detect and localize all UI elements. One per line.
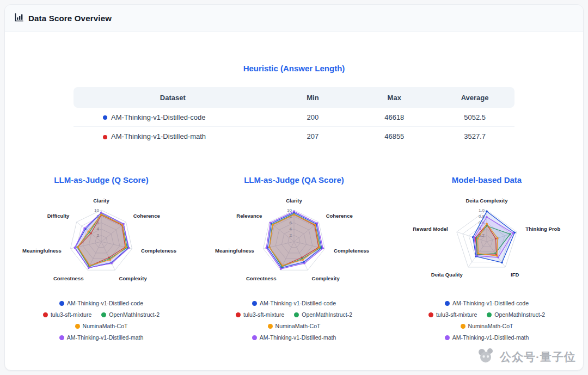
legend-dot xyxy=(252,335,257,340)
legend-dot xyxy=(252,301,257,306)
legend-label: tulu3-sft-mixture xyxy=(436,311,477,318)
qa-score-title: LLM-as-Judge (QA Score) xyxy=(244,175,344,185)
chart-legend: AM-Thinking-v1-Distilled-code tulu3-sft-… xyxy=(428,300,545,346)
svg-text:Complexity: Complexity xyxy=(119,275,148,281)
page-title: Data Score Overview xyxy=(28,14,112,23)
svg-text:Difficulty: Difficulty xyxy=(47,213,70,219)
legend-item[interactable]: tulu3-sft-mixture xyxy=(428,311,477,318)
table-row: AM-Thinking-v1-Distilled-code 200 46618 … xyxy=(74,108,514,127)
legend-label: AM-Thinking-v1-Distilled-math xyxy=(260,334,336,341)
radar-q-score: 246810ClarityCoherenceCompletenessComple… xyxy=(9,189,194,298)
legend-dot xyxy=(59,301,64,306)
column-header-dataset: Dataset xyxy=(74,87,272,108)
legend-item[interactable]: NuminaMath-CoT xyxy=(75,323,128,329)
min-value: 207 xyxy=(272,127,354,146)
legend-item[interactable]: NuminaMath-CoT xyxy=(268,323,321,329)
legend-dot xyxy=(236,312,241,317)
legend-dot xyxy=(445,301,450,306)
average-value: 3527.7 xyxy=(435,127,514,146)
svg-text:Thinking Prob: Thinking Prob xyxy=(525,226,560,232)
legend-item[interactable]: AM-Thinking-v1-Distilled-code xyxy=(445,300,529,306)
series-dot xyxy=(103,135,107,139)
chart-model-based-section: Model-based Data 0.20.40.60.81.0Deita Co… xyxy=(390,175,583,346)
column-header-max: Max xyxy=(353,87,435,108)
legend-dot xyxy=(59,335,64,340)
legend-label: tulu3-sft-mixture xyxy=(51,311,91,318)
max-value: 46618 xyxy=(353,108,435,127)
radar-model-based: 0.20.40.60.81.0Deita ComplexityThinking … xyxy=(394,189,579,298)
chart-legend: AM-Thinking-v1-Distilled-code tulu3-sft-… xyxy=(236,300,352,346)
model-based-title: Model-based Data xyxy=(452,175,522,185)
bar-chart-icon xyxy=(15,13,23,24)
table-header-row: Dataset Min Max Average xyxy=(74,87,514,108)
svg-text:Deita Quality: Deita Quality xyxy=(431,272,463,278)
svg-text:Meaningfulness: Meaningfulness xyxy=(215,248,254,254)
dataset-cell: AM-Thinking-v1-Distilled-code xyxy=(74,108,272,127)
legend-item[interactable]: AM-Thinking-v1-Distilled-code xyxy=(59,300,143,306)
legend-dot xyxy=(487,312,492,317)
data-score-card: Data Score Overview Heuristic (Answer Le… xyxy=(4,4,584,371)
legend-item[interactable]: AM-Thinking-v1-Distilled-code xyxy=(252,300,336,306)
svg-text:Coherence: Coherence xyxy=(133,213,160,219)
heuristic-section-title: Heuristic (Answer Length) xyxy=(5,32,583,73)
svg-text:Completeness: Completeness xyxy=(334,248,369,254)
svg-text:10: 10 xyxy=(94,208,99,213)
chart-legend: AM-Thinking-v1-Distilled-code tulu3-sft-… xyxy=(43,300,160,346)
svg-text:IFD: IFD xyxy=(511,272,519,278)
max-value: 46855 xyxy=(353,127,435,146)
q-score-title: LLM-as-Judge (Q Score) xyxy=(54,175,148,185)
chart-q-score-section: LLM-as-Judge (Q Score) 246810ClarityCohe… xyxy=(5,175,198,346)
legend-dot xyxy=(75,324,80,329)
legend-item[interactable]: tulu3-sft-mixture xyxy=(43,311,91,318)
legend-label: NuminaMath-CoT xyxy=(468,323,513,329)
legend-label: OpenMathInstruct-2 xyxy=(494,311,545,318)
legend-label: AM-Thinking-v1-Distilled-code xyxy=(452,300,529,306)
svg-text:Completeness: Completeness xyxy=(141,248,176,254)
legend-dot xyxy=(428,312,433,317)
chart-qa-score-section: LLM-as-Judge (QA Score) 246810ClarityCoh… xyxy=(198,175,390,346)
svg-text:Meaningfulness: Meaningfulness xyxy=(22,248,62,254)
card-header: Data Score Overview xyxy=(5,5,583,32)
legend-label: OpenMathInstruct-2 xyxy=(109,311,160,318)
legend-item[interactable]: AM-Thinking-v1-Distilled-math xyxy=(59,334,144,341)
svg-text:Deita Complexity: Deita Complexity xyxy=(465,198,508,204)
svg-text:Correctness: Correctness xyxy=(53,275,83,281)
legend-item[interactable]: OpenMathInstruct-2 xyxy=(487,311,545,318)
legend-item[interactable]: tulu3-sft-mixture xyxy=(236,311,284,318)
legend-label: AM-Thinking-v1-Distilled-code xyxy=(67,300,143,306)
svg-text:Clarity: Clarity xyxy=(286,198,302,204)
column-header-average: Average xyxy=(435,87,514,108)
svg-text:Clarity: Clarity xyxy=(93,198,109,204)
legend-dot xyxy=(461,324,465,329)
legend-dot xyxy=(101,312,106,317)
legend-label: NuminaMath-CoT xyxy=(275,323,321,329)
legend-dot xyxy=(294,312,299,317)
legend-label: AM-Thinking-v1-Distilled-code xyxy=(260,300,336,306)
legend-label: NuminaMath-CoT xyxy=(83,323,128,329)
dataset-name: AM-Thinking-v1-Distilled-code xyxy=(111,113,205,121)
legend-label: AM-Thinking-v1-Distilled-math xyxy=(452,334,529,341)
svg-text:Coherence: Coherence xyxy=(326,213,353,219)
average-value: 5052.5 xyxy=(435,108,514,127)
svg-text:10: 10 xyxy=(287,208,292,213)
legend-item[interactable]: OpenMathInstruct-2 xyxy=(294,311,352,318)
min-value: 200 xyxy=(272,108,354,127)
svg-text:Relevance: Relevance xyxy=(236,213,262,219)
answer-length-table: Dataset Min Max Average AM-Thinking-v1-D… xyxy=(74,87,514,146)
legend-dot xyxy=(268,324,273,329)
legend-dot xyxy=(445,335,450,340)
svg-text:Reward Model: Reward Model xyxy=(413,226,448,232)
legend-item[interactable]: OpenMathInstruct-2 xyxy=(101,311,160,318)
table-row: AM-Thinking-v1-Distilled-math 207 46855 … xyxy=(74,127,514,146)
legend-item[interactable]: NuminaMath-CoT xyxy=(461,323,513,329)
legend-dot xyxy=(43,312,48,317)
series-dot xyxy=(103,115,107,120)
dataset-name: AM-Thinking-v1-Distilled-math xyxy=(111,132,206,140)
radar-qa-score: 246810ClarityCoherenceCompletenessComple… xyxy=(201,189,387,298)
legend-label: tulu3-sft-mixture xyxy=(243,311,284,318)
dataset-cell: AM-Thinking-v1-Distilled-math xyxy=(74,127,272,146)
legend-item[interactable]: AM-Thinking-v1-Distilled-math xyxy=(445,334,529,341)
svg-text:Correctness: Correctness xyxy=(246,275,276,281)
legend-label: AM-Thinking-v1-Distilled-math xyxy=(67,334,144,341)
legend-item[interactable]: AM-Thinking-v1-Distilled-math xyxy=(252,334,336,341)
